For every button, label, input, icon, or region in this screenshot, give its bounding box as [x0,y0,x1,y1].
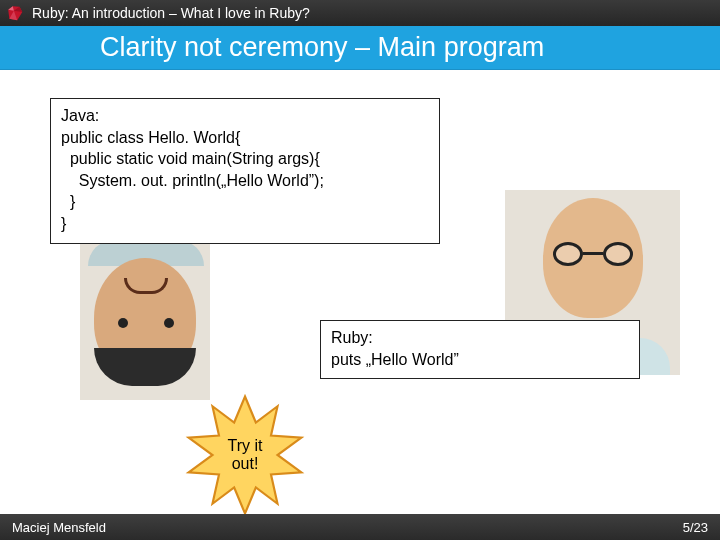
java-line: public class Hello. World{ [61,127,429,149]
java-code-box: Java: public class Hello. World{ public … [50,98,440,244]
ruby-code-box: Ruby: puts „Hello World” [320,320,640,379]
presentation-title: Ruby: An introduction – What I love in R… [32,5,310,21]
slide-heading-band: Clarity not ceremony – Main program [0,26,720,70]
callout-text: Try it out! [180,390,310,520]
java-line: } [61,213,429,235]
sad-face-image [80,240,210,400]
footer-author: Maciej Mensfeld [12,520,106,535]
slide-heading: Clarity not ceremony – Main program [100,32,544,63]
java-line: System. out. println(„Hello World”); [61,170,429,192]
ruby-logo-icon [6,4,24,22]
java-label: Java: [61,105,429,127]
slide-body: Java: public class Hello. World{ public … [0,70,720,512]
footer-bar: Maciej Mensfeld 5/23 [0,514,720,540]
java-line: public static void main(String args){ [61,148,429,170]
try-it-out-callout: Try it out! [180,390,310,520]
ruby-label: Ruby: [331,327,629,349]
ruby-line: puts „Hello World” [331,349,629,371]
title-bar: Ruby: An introduction – What I love in R… [0,0,720,26]
footer-page-number: 5/23 [683,520,708,535]
java-line: } [61,191,429,213]
